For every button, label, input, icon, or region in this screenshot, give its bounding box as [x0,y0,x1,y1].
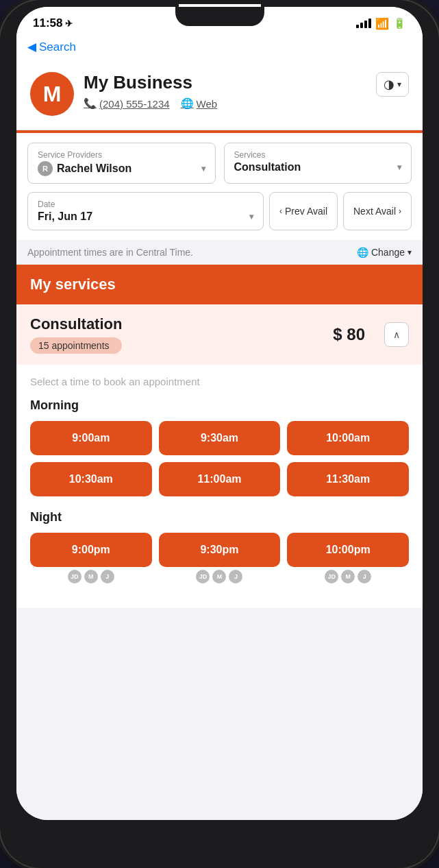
next-avail-label: Next Avail [353,206,396,217]
next-chevron-icon: › [399,206,401,216]
wifi-icon: 📶 [375,17,389,30]
time-display: 11:58 [33,16,62,30]
timezone-change-button[interactable]: 🌐 Change ▾ [357,247,412,258]
service-price-collapse: $ 80 ∧ [333,322,409,347]
time-slot-1000am[interactable]: 10:00am [287,421,409,455]
date-dropdown[interactable]: Date Fri, Jun 17 ▾ [27,192,264,230]
phone-icon: 📞 [84,97,97,110]
time-slot-900am[interactable]: 9:00am [30,421,152,455]
prev-avail-button[interactable]: ‹ Prev Avail [269,192,338,230]
web-link[interactable]: 🌐 Web [181,97,218,110]
chevron-down-icon: ▾ [397,80,401,89]
service-card-header: Consultation 15 appointments $ 80 ∧ [30,315,409,354]
night-label: Night [30,510,409,525]
date-value: Fri, Jun 17 [38,210,92,223]
time-slot-1030am[interactable]: 10:30am [30,462,152,496]
service-dropdown[interactable]: Services Consultation ▾ [224,143,412,184]
signal-bars [356,19,371,28]
phone-link[interactable]: 📞 (204) 555-1234 [84,97,170,110]
provider-value-row: R Rachel Wilson ▾ [38,161,205,176]
morning-time-grid: 9:00am 9:30am 10:00am 10:30am 11:00am 11… [30,421,409,496]
service-name: Consultation [30,315,122,333]
theme-toggle[interactable]: ◑ ▾ [376,72,409,97]
services-header-text: My services [30,276,409,293]
service-name: Consultation [234,161,301,173]
avatar-j: J [101,570,114,583]
timezone-text: Appointment times are in Central Time. [27,247,193,258]
avatar-m2: M [212,570,226,583]
status-time: 11:58 ✈︎ [33,16,73,30]
logo-letter: M [43,82,62,107]
phone-number[interactable]: (204) 555-1234 [99,98,170,110]
web-text[interactable]: Web [197,98,218,110]
provider-initial: R [42,165,48,173]
back-label[interactable]: Search [39,40,76,54]
booking-section: Select a time to book an appointment Mor… [16,365,423,608]
timezone-chevron-icon: ▾ [407,248,412,257]
status-icons: 📶 🔋 [356,17,406,30]
home-indicator [175,851,264,854]
business-header: M My Business 📞 (204) 555-1234 🌐 Web [16,61,423,130]
night-slot-900pm: 9:00pm JD M J [30,533,152,583]
avatar-jd: JD [68,570,81,583]
scroll-content[interactable]: My services Consultation 15 appointments… [16,265,423,820]
business-name: My Business [84,72,217,93]
time-slot-1000pm[interactable]: 10:00pm [287,533,409,567]
chevron-up-icon: ∧ [393,329,400,340]
filter-row-1: Service Providers R Rachel Wilson ▾ Serv… [27,143,412,184]
prev-chevron-icon: ‹ [279,206,282,216]
service-card: Consultation 15 appointments $ 80 ∧ [16,304,423,365]
timezone-change-label: Change [371,247,405,258]
service-label: Services [234,150,402,160]
night-900pm-avatars: JD M J [30,570,152,583]
time-slot-1100am[interactable]: 11:00am [159,462,281,496]
provider-name: Rachel Wilson [57,162,131,175]
booking-hint: Select a time to book an appointment [30,376,409,387]
appointments-badge: 15 appointments [30,337,122,354]
provider-label: Service Providers [38,150,205,160]
night-930pm-avatars: JD M J [159,570,281,583]
business-logo: M [30,72,74,116]
time-slot-900pm[interactable]: 9:00pm [30,533,152,567]
time-slot-1130am[interactable]: 11:30am [287,462,409,496]
services-header: My services [16,265,423,304]
date-value-row: Fri, Jun 17 ▾ [38,210,253,223]
location-icon: ✈︎ [65,19,73,29]
night-time-grid: 9:00pm JD M J 9:30pm JD M [30,533,409,583]
service-chevron-icon: ▾ [397,162,401,172]
business-contacts: 📞 (204) 555-1234 🌐 Web [84,97,217,110]
date-label: Date [38,200,253,209]
service-value-row: Consultation ▾ [234,161,402,173]
night-slot-1000pm: 10:00pm JD M J [287,533,409,583]
business-info-left: M My Business 📞 (204) 555-1234 🌐 Web [30,72,217,116]
provider-dropdown[interactable]: Service Providers R Rachel Wilson ▾ [27,143,216,184]
night-slot-930pm: 9:30pm JD M J [159,533,281,583]
collapse-button[interactable]: ∧ [384,322,409,347]
contrast-icon: ◑ [384,77,394,92]
business-details: My Business 📞 (204) 555-1234 🌐 Web [84,72,217,110]
back-nav[interactable]: ◀ Search [16,36,423,61]
avatar-m3: M [341,570,355,583]
avatar-jd2: JD [196,570,210,583]
service-price: $ 80 [333,325,365,344]
provider-chevron-icon: ▾ [201,164,205,173]
time-slot-930am[interactable]: 9:30am [159,421,281,455]
avatar-j3: J [358,570,371,583]
date-row: Date Fri, Jun 17 ▾ ‹ Prev Avail Next Ava… [27,192,412,230]
time-slot-930pm[interactable]: 9:30pm [159,533,281,567]
avatar-j2: J [229,570,242,583]
globe-icon: 🌐 [181,97,194,110]
filter-section: Service Providers R Rachel Wilson ▾ Serv… [16,133,423,240]
globe-small-icon: 🌐 [357,247,368,258]
night-section: Night 9:00pm JD M J 9:30pm [30,510,409,583]
avatar-m: M [84,570,98,583]
prev-avail-label: Prev Avail [285,206,327,217]
battery-icon: 🔋 [393,17,406,29]
morning-label: Morning [30,398,409,413]
back-arrow-icon: ◀ [27,40,36,54]
avatar-jd3: JD [325,570,338,583]
service-card-left: Consultation 15 appointments [30,315,122,354]
next-avail-button[interactable]: Next Avail › [343,192,412,230]
timezone-bar: Appointment times are in Central Time. 🌐… [16,240,423,265]
night-1000pm-avatars: JD M J [287,570,409,583]
